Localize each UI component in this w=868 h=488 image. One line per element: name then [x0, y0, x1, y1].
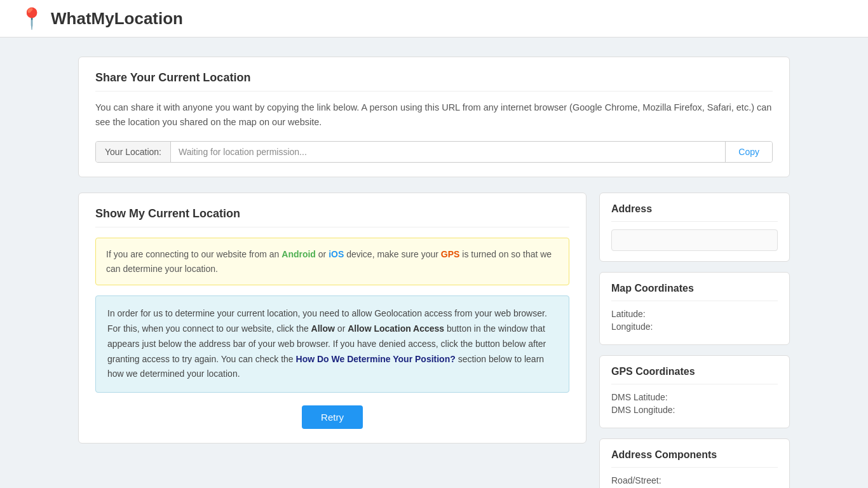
info-how-det: How Do We Determine Your Position? [296, 354, 456, 364]
share-description: You can share it with anyone you want by… [95, 100, 773, 130]
main-content: Share Your Current Location You can shar… [65, 57, 803, 488]
info-allow2: Allow Location Access [348, 323, 444, 334]
warning-ios: iOS [329, 249, 344, 259]
warning-gps: GPS [441, 249, 460, 259]
dms-longitude-row: DMS Longitude: [611, 405, 778, 415]
site-title: WhatMyLocation [51, 9, 183, 29]
road-row: Road/Street: [611, 475, 778, 485]
warning-middle1: or [316, 249, 329, 259]
site-header: 📍 WhatMyLocation [0, 0, 868, 37]
show-location-panel: Show My Current Location If you are conn… [78, 193, 587, 444]
longitude-row: Longitude: [611, 322, 778, 332]
share-card-heading: Share Your Current Location [95, 71, 773, 92]
dms-latitude-row: DMS Latitude: [611, 392, 778, 402]
warning-prefix: If you are connecting to our website fro… [106, 249, 281, 259]
longitude-label: Longitude: [611, 322, 653, 332]
retry-button[interactable]: Retry [302, 405, 363, 429]
address-card: Address [599, 193, 790, 262]
warning-middle2: device, make sure your [344, 249, 441, 259]
warning-box: If you are connecting to our website fro… [95, 238, 569, 285]
dms-longitude-label: DMS Longitude: [611, 405, 675, 415]
share-card: Share Your Current Location You can shar… [78, 57, 790, 177]
warning-android: Android [281, 249, 316, 259]
map-coordinates-card: Map Coordinates Latitude: Longitude: [599, 272, 790, 345]
info-box: In order for us to determine your curren… [95, 295, 569, 393]
latitude-label: Latitude: [611, 309, 646, 319]
info-allow1: Allow [311, 323, 335, 334]
latitude-row: Latitude: [611, 309, 778, 319]
copy-button[interactable]: Copy [725, 142, 772, 162]
gps-coordinates-card: GPS Coordinates DMS Latitude: DMS Longit… [599, 355, 790, 428]
address-heading: Address [611, 203, 778, 222]
show-location-heading: Show My Current Location [95, 207, 569, 227]
road-label: Road/Street: [611, 475, 661, 485]
address-components-card: Address Components Road/Street: County: [599, 438, 790, 488]
address-components-heading: Address Components [611, 449, 778, 468]
logo-icon: 📍 [19, 6, 44, 30]
two-col-layout: Show My Current Location If you are conn… [78, 193, 790, 488]
map-coordinates-heading: Map Coordinates [611, 283, 778, 301]
location-input-row: Your Location: Waiting for location perm… [95, 141, 773, 163]
dms-latitude-label: DMS Latitude: [611, 392, 668, 402]
location-value: Waiting for location permission... [171, 142, 725, 162]
gps-coordinates-heading: GPS Coordinates [611, 366, 778, 384]
location-label: Your Location: [96, 142, 171, 162]
address-value [611, 229, 778, 251]
info-part2: or [335, 323, 348, 334]
right-panel: Address Map Coordinates Latitude: Longit… [599, 193, 790, 488]
